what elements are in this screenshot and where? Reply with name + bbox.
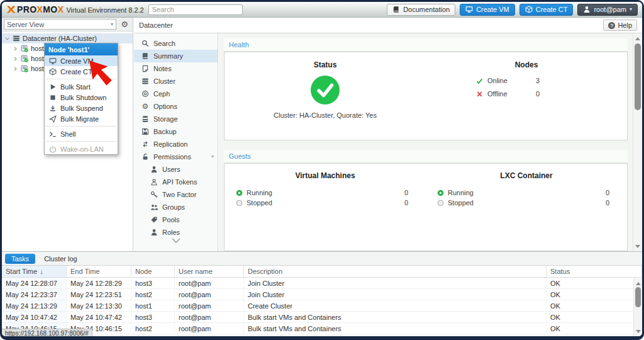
tree-node-datacenter[interactable]: Datacenter (HA-Cluster) — [2, 33, 133, 43]
nav-item-replication[interactable]: Replication — [134, 138, 218, 150]
terminal-icon — [49, 130, 57, 138]
gear-icon: ⚙ — [142, 103, 149, 110]
menu-separator — [46, 126, 116, 127]
nav-item-ceph[interactable]: Ceph — [134, 88, 218, 100]
task-row[interactable]: May 24 12:28:07May 24 12:28:29host3root@… — [2, 278, 642, 289]
create-vm-button[interactable]: Create VM — [460, 4, 515, 16]
nav-item-notes[interactable]: Notes — [134, 62, 218, 75]
unlock-icon — [142, 153, 149, 161]
main-scrollbar[interactable] — [633, 33, 642, 251]
documentation-button[interactable]: Documentation — [387, 4, 455, 16]
proxmox-logo: PROXMOX Virtual Environment 8.2.2 — [6, 4, 144, 14]
collapse-icon[interactable]: ▾ — [211, 154, 214, 159]
nodes-offline-row: Offline 0 — [476, 90, 577, 98]
nav-item-options[interactable]: ⚙Options — [134, 100, 218, 113]
nav-item-search[interactable]: Search — [134, 37, 218, 50]
tasks-scrollbar[interactable] — [633, 278, 642, 336]
task-row[interactable]: May 24 10:47:42May 24 10:47:42host3root@… — [2, 312, 642, 323]
link-url-statusbar: https://192.168.100.97:8006/# — [2, 329, 92, 336]
cluster-ok-icon — [311, 76, 340, 105]
top-header: PROXMOX Virtual Environment 8.2.2 Docume… — [2, 2, 642, 18]
scrollbar-thumb[interactable] — [635, 287, 641, 307]
user-icon — [150, 166, 158, 173]
expander-expanded-icon[interactable] — [4, 36, 10, 42]
nodes-heading: Nodes — [515, 60, 538, 69]
column-header-user-name[interactable]: User name — [175, 266, 244, 277]
ct-stopped-row: Stopped 0 — [426, 198, 627, 208]
menu-item-bulk-suspend[interactable]: Bulk Suspend — [45, 103, 118, 113]
note-icon — [142, 65, 149, 72]
scrollbar-thumb[interactable] — [635, 43, 641, 110]
nav-item-summary[interactable]: Summary — [134, 50, 218, 62]
question-icon: ? — [608, 22, 615, 29]
chevron-down-icon: ▾ — [630, 7, 632, 12]
column-header-status[interactable]: Status — [547, 266, 642, 277]
roles-icon — [150, 229, 158, 236]
cube-icon — [525, 6, 533, 13]
menu-separator — [46, 141, 116, 142]
nav-item-users[interactable]: Users — [134, 163, 218, 176]
power-icon — [49, 145, 57, 153]
guests-panel: Virtual Machines Running 0 Stopped 0 LXC… — [224, 163, 628, 251]
tree-settings-button[interactable]: ⚙ — [118, 19, 131, 30]
book-icon — [392, 6, 400, 13]
nav-item-backup[interactable]: Backup — [134, 125, 218, 138]
cluster-status-text: Cluster: HA-Cluster, Quorate: Yes — [274, 111, 377, 119]
context-menu-title: Node 'host1' — [45, 43, 118, 55]
vm-stopped-row: Stopped 0 — [225, 198, 426, 208]
check-icon — [476, 77, 483, 84]
task-row[interactable]: May 24 12:13:29May 24 12:13:30host1root@… — [2, 300, 642, 312]
menu-item-shell[interactable]: Shell — [45, 128, 118, 139]
user-menu-button[interactable]: root@pam ▾ — [577, 4, 638, 16]
scroll-up-arrow[interactable] — [634, 280, 642, 287]
tasks-table-header: Start Time↓ End Time Node User name Desc… — [2, 266, 642, 278]
tab-tasks[interactable]: Tasks — [5, 254, 35, 264]
menu-item-bulk-shutdown[interactable]: Bulk Shutdown — [45, 92, 118, 103]
key-icon — [150, 191, 158, 198]
send-icon — [49, 115, 57, 123]
menu-item-bulk-migrate[interactable]: Bulk Migrate — [45, 113, 118, 124]
play-circle-icon — [437, 190, 444, 196]
scroll-down-arrow[interactable] — [633, 242, 642, 250]
cube-icon — [49, 68, 57, 76]
product-name: Virtual Environment 8.2.2 — [66, 6, 143, 14]
column-header-end-time[interactable]: End Time — [67, 266, 131, 277]
nav-item-roles[interactable]: Roles — [134, 226, 218, 239]
search-icon — [142, 40, 149, 47]
task-row[interactable]: May 24 12:23:37May 24 12:23:51host2root@… — [2, 289, 642, 300]
nav-item-storage[interactable]: Storage — [134, 113, 218, 125]
help-button[interactable]: ? Help — [603, 20, 637, 31]
nav-scroll-down[interactable] — [134, 237, 218, 251]
expander-collapsed-icon[interactable] — [13, 46, 18, 52]
nav-item-permissions[interactable]: Permissions▾ — [134, 150, 218, 163]
expander-collapsed-icon[interactable] — [13, 66, 18, 72]
breadcrumb: Datacenter — [139, 21, 173, 29]
create-ct-button[interactable]: Create CT — [519, 4, 574, 16]
expander-collapsed-icon[interactable] — [13, 56, 18, 62]
global-search-input[interactable] — [148, 4, 243, 15]
view-selector[interactable]: Server View ▾ — [4, 19, 116, 30]
storage-icon — [142, 115, 149, 123]
gear-icon: ⚙ — [121, 20, 128, 29]
nav-item-two-factor[interactable]: Two Factor — [134, 188, 218, 201]
tab-cluster-log[interactable]: Cluster log — [38, 254, 84, 264]
task-row[interactable]: May 24 10:46:15May 24 10:46:15host2root@… — [2, 323, 642, 334]
scroll-down-arrow[interactable] — [634, 327, 642, 335]
column-header-description[interactable]: Description — [244, 266, 547, 277]
backup-icon — [142, 128, 149, 135]
monitor-icon — [49, 57, 57, 65]
column-header-node[interactable]: Node — [131, 266, 175, 277]
ceph-icon — [142, 90, 149, 98]
column-header-start-time[interactable]: Start Time↓ — [2, 266, 67, 277]
user-icon — [583, 6, 591, 13]
nav-item-api-tokens[interactable]: API Tokens — [134, 176, 218, 188]
nav-item-cluster[interactable]: Cluster — [134, 75, 218, 88]
nodes-online-row: Online 3 — [476, 77, 577, 84]
nav-item-pools[interactable]: Pools — [134, 213, 218, 226]
play-circle-icon — [236, 190, 243, 196]
nav-item-groups[interactable]: Groups — [134, 201, 218, 213]
scroll-up-arrow[interactable] — [633, 35, 642, 42]
node-online-icon — [21, 55, 28, 62]
users-icon — [150, 203, 158, 211]
summary-panel: Health Status Cluster: HA-Cluster, Quora… — [219, 33, 633, 251]
